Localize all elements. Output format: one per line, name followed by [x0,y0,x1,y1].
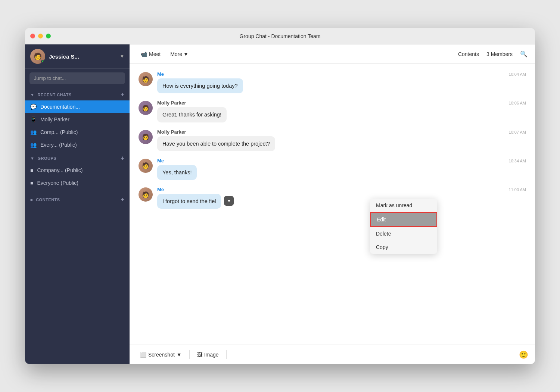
meet-button[interactable]: 📹 Meet [137,49,164,59]
message-row: Have you been able to complete the proje… [157,136,526,151]
sidebar-user-header[interactable]: 🧑 Jessica S... ▼ [25,44,130,69]
message-time: 10:07 AM [509,130,526,134]
message-time: 10:04 AM [509,72,526,77]
image-button[interactable]: 🖼 Image [193,349,223,360]
video-icon: 📹 [141,51,147,57]
close-button[interactable] [30,34,35,38]
group-icon: ■ [30,167,33,173]
screenshot-label: Screenshot [148,352,175,358]
sidebar-item-label: Company... (Public) [37,167,124,173]
toolbar-divider [226,350,227,359]
divider [25,191,130,191]
sidebar-item-comp-public[interactable]: 👥 Comp... (Public) [25,126,130,139]
chat-icon: 💬 [30,104,37,110]
add-chat-icon[interactable]: + [121,91,124,98]
message-sender: Molly Parker [157,129,186,135]
chevron-down-icon: ▼ [120,54,124,59]
sidebar-item-company-public[interactable]: ■ Company... (Public) [25,164,130,177]
window-buttons [30,34,51,38]
sidebar-item-documentation[interactable]: 💬 Documentation... [25,100,130,113]
message-meta: Molly Parker 10:07 AM [157,129,526,135]
screenshot-icon: ⬜ [140,352,146,358]
message-content: Molly Parker 10:07 AM Have you been able… [157,129,526,151]
message-sender: Me [157,71,164,77]
groups-section: ▼ GROUPS + [25,151,130,164]
titlebar: Group Chat - Documentation Team [25,28,535,44]
contents-button[interactable]: Contents [458,51,479,57]
online-indicator [41,60,45,63]
sidebar-item-everyone-public[interactable]: ■ Everyone (Public) [25,177,130,189]
message-content: Me 10:34 AM Yes, thanks! [157,158,526,180]
more-label: More [170,51,182,57]
maximize-button[interactable] [46,34,51,38]
context-menu-item-edit[interactable]: Edit [370,212,437,227]
add-content-icon[interactable]: + [121,196,124,203]
message-time: 11:00 AM [509,187,526,192]
message-group: 🧑 Me 10:04 AM How is everything going to… [139,71,526,93]
chevron-down-icon: ▼ [183,51,189,57]
message-sender: Molly Parker [157,100,186,106]
window-title: Group Chat - Documentation Team [240,33,321,39]
message-time: 10:34 AM [509,159,526,163]
message-group: 👩 Molly Parker 10:07 AM Have you been ab… [139,129,526,151]
avatar: 👩 [139,130,153,144]
emoji-button[interactable]: 🙂 [519,350,528,359]
message-meta: Me 10:04 AM [157,71,526,77]
recent-chats-section: ▼ RECENT CHATS + [25,88,130,100]
message-bubble: How is everything going today? [157,78,243,93]
header-left: 📹 Meet More ▼ [137,49,192,59]
square-icon: ■ [30,197,33,202]
message-time: 10:06 AM [509,101,526,105]
contents-label: CONTENTS [36,197,60,202]
message-dropdown-button[interactable]: ▼ [224,196,234,206]
context-menu-item-mark-unread[interactable]: Mark as unread [370,199,437,212]
avatar: 🧑 [30,49,45,64]
chevron-icon: ▼ [30,93,34,97]
sidebar: 🧑 Jessica S... ▼ Jump to chat... ▼ RECEN… [25,44,130,364]
avatar: 🧑 [139,159,153,173]
chat-header: 📹 Meet More ▼ Contents 3 Members 🔍 [130,44,535,64]
message-meta: Molly Parker 10:06 AM [157,100,526,106]
meet-label: Meet [149,51,161,57]
group-icon: 👥 [30,142,37,148]
message-bubble: I forgot to send the fiel [157,194,221,209]
more-button[interactable]: More ▼ [167,49,192,59]
message-row: Yes, thanks! [157,165,526,180]
sidebar-item-molly[interactable]: 📱 Molly Parker [25,113,130,126]
sidebar-item-every-public[interactable]: 👥 Every... (Public) [25,139,130,151]
members-button[interactable]: 3 Members [486,51,513,57]
sidebar-item-label: Every... (Public) [40,142,124,148]
recent-chats-label: RECENT CHATS [37,93,71,97]
screenshot-button[interactable]: ⬜ Screenshot ▼ [136,349,186,360]
chat-toolbar: ⬜ Screenshot ▼ 🖼 Image 🙂 [130,345,535,364]
jump-to-chat[interactable]: Jump to chat... [29,72,125,84]
message-content: Molly Parker 10:06 AM Great, thanks for … [157,100,526,122]
message-group: 🧑 Me 10:34 AM Yes, thanks! [139,158,526,180]
group-icon: 👥 [30,129,37,135]
avatar: 🧑 [139,72,153,86]
sidebar-item-label: Comp... (Public) [40,129,124,135]
context-menu-item-copy[interactable]: Copy [370,240,437,254]
message-sender: Me [157,158,164,164]
avatar: 👩 [139,101,153,115]
message-meta: Me 10:34 AM [157,158,526,164]
context-menu: Mark as unread Edit Delete Copy [370,199,437,254]
phone-icon: 📱 [30,116,37,122]
image-label: Image [204,352,219,358]
groups-label: GROUPS [37,156,56,161]
message-bubble: Have you been able to complete the proje… [157,136,275,151]
minimize-button[interactable] [38,34,43,38]
message-group: 👩 Molly Parker 10:06 AM Great, thanks fo… [139,100,526,122]
context-menu-item-delete[interactable]: Delete [370,227,437,240]
message-content: Me 11:00 AM I forgot to send the fiel ▼ [157,187,526,209]
message-meta: Me 11:00 AM [157,187,526,192]
avatar: 🧑 [139,187,153,202]
toolbar-divider [189,350,190,359]
message-bubble: Great, thanks for asking! [157,107,227,122]
search-icon[interactable]: 🔍 [520,50,528,57]
message-bubble: Yes, thanks! [157,165,197,180]
add-group-icon[interactable]: + [121,155,124,162]
image-icon: 🖼 [197,352,202,358]
user-name: Jessica S... [49,53,116,60]
message-row: I forgot to send the fiel ▼ [157,194,526,209]
